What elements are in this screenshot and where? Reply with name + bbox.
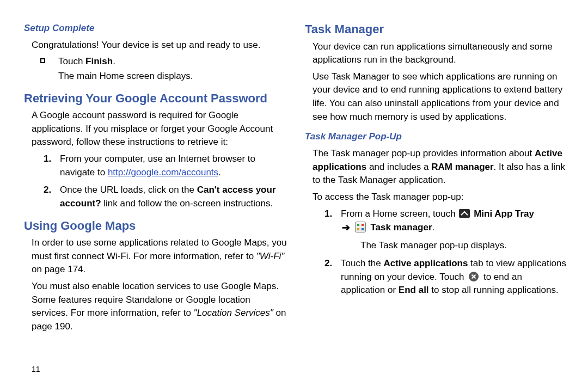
arrow-right-icon: ➔ <box>342 220 350 235</box>
active-apps-tab-label: Active applications <box>383 258 468 268</box>
task-manager-label: Task manager <box>370 222 432 232</box>
close-circle-icon <box>469 272 479 281</box>
step-text: From your computer, use an Internet brow… <box>60 152 287 179</box>
step-text: Touch the Active applications tab to vie… <box>341 257 568 297</box>
setup-congrats-text: Congratulations! Your device is set up a… <box>24 39 287 52</box>
touch-suffix: . <box>113 56 115 66</box>
step-text: From a Home screen, touch Mini App Tray … <box>341 207 568 235</box>
maps-p1-suffix: on page 174. <box>32 264 85 274</box>
heading-retrieve-password: Retrieving Your Google Account Password <box>24 91 287 106</box>
step-number: 2. <box>44 183 60 197</box>
maps-p2: You must also enable location services t… <box>24 280 287 334</box>
step-number: 1. <box>324 207 341 221</box>
home-screen-note: The main Home screen displays. <box>24 70 287 83</box>
left-column: Setup Complete Congratulations! Your dev… <box>15 22 287 337</box>
step2-prefix: Touch the <box>341 258 383 268</box>
step1-suffix: . <box>432 222 435 232</box>
popup-step-1-sub: The Task manager pop-up displays. <box>324 239 568 253</box>
step2-suffix: link and follow the on-screen instructio… <box>101 198 273 209</box>
tm-p1: Your device can run applications simulta… <box>305 40 568 67</box>
popup-intro: The Task manager pop-up provides informa… <box>305 147 568 187</box>
step2-suffix: to stop all running applications. <box>429 285 559 295</box>
finish-label: Finish <box>85 56 113 66</box>
step1-prefix: From a Home screen, touch <box>341 209 458 219</box>
task-manager-icon <box>355 222 366 232</box>
heading-using-google-maps: Using Google Maps <box>24 218 287 234</box>
popup-intro-mid: and includes a <box>366 162 431 172</box>
popup-step-2: 2. Touch the Active applications tab to … <box>324 257 568 297</box>
retrieve-step-1: 1. From your computer, use an Internet b… <box>44 152 287 179</box>
bullet-text: Touch Finish. <box>58 55 287 69</box>
step2-prefix: Once the URL loads, click on the <box>60 185 197 195</box>
maps-p1-prefix: In order to use some applications relate… <box>32 237 287 261</box>
heading-task-manager: Task Manager <box>305 22 568 37</box>
retrieve-intro: A Google account password is required fo… <box>24 109 287 149</box>
end-all-label: End all <box>399 285 429 295</box>
heading-setup-complete: Setup Complete <box>24 22 287 35</box>
wifi-ref: "Wi-Fi" <box>256 251 285 261</box>
popup-access-text: To access the Task manager pop-up: <box>305 191 568 204</box>
right-column: Task Manager Your device can run applica… <box>305 22 573 337</box>
retrieve-steps: 1. From your computer, use an Internet b… <box>24 152 287 211</box>
chevron-up-icon <box>459 209 470 218</box>
step-number: 1. <box>44 152 60 166</box>
popup-step-1: 1. From a Home screen, touch Mini App Tr… <box>324 207 568 235</box>
step-text: Once the URL loads, click on the Can't a… <box>60 183 287 210</box>
location-services-ref: "Location Services" <box>194 308 273 318</box>
bullet-touch-finish: Touch Finish. <box>24 55 287 69</box>
page-number: 11 <box>32 364 40 375</box>
tm-p2: Use Task Manager to see which applicatio… <box>305 70 568 124</box>
heading-task-manager-popup: Task Manager Pop-Up <box>305 130 568 144</box>
svg-rect-0 <box>459 209 470 218</box>
ram-manager-label: RAM manager <box>431 162 493 172</box>
manual-page: Setup Complete Congratulations! Your dev… <box>0 0 588 348</box>
popup-intro-prefix: The Task manager pop-up provides informa… <box>313 148 535 158</box>
popup-steps: 1. From a Home screen, touch Mini App Tr… <box>305 207 568 297</box>
google-accounts-link[interactable]: http://google.com/accounts <box>108 167 218 177</box>
maps-p1: In order to use some applications relate… <box>24 236 287 277</box>
mini-app-tray-label: Mini App Tray <box>474 209 534 219</box>
retrieve-step-2: 2. Once the URL loads, click on the Can'… <box>44 183 287 210</box>
step-number: 2. <box>324 257 341 271</box>
square-bullet-icon <box>40 58 45 63</box>
touch-prefix: Touch <box>58 56 85 66</box>
step1-suffix: . <box>218 167 221 177</box>
